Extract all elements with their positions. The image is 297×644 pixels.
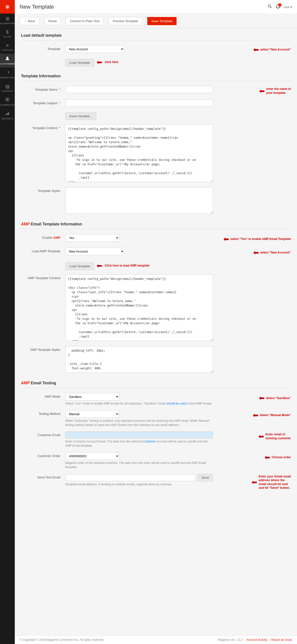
customer-order-label: Customer Order	[21, 452, 65, 458]
content-area: Load default template Template New Accou…	[15, 28, 297, 636]
sandbox-link[interactable]: should be used	[166, 402, 186, 405]
sidebar-item-label: Dashboard	[0, 22, 15, 25]
arrow-icon-name: ⬅	[259, 87, 265, 95]
testing-method-label: Testing Method	[21, 410, 65, 416]
sidebar-item-label: Customers	[0, 62, 15, 65]
send-test-helper: Recipient email address. If sending to m…	[65, 482, 213, 486]
preview-button[interactable]: Preview Template	[108, 17, 142, 25]
template-styles-control	[65, 187, 213, 214]
insert-variable-button[interactable]: Insert Variable...	[65, 112, 96, 120]
send-button[interactable]: Send	[197, 474, 213, 482]
arrow-icon-load: ⬅	[96, 58, 102, 66]
account-activity-link[interactable]: Account Activity	[246, 638, 267, 642]
customer-link[interactable]: Customer	[143, 440, 156, 443]
user-menu[interactable]: root ▾	[284, 5, 292, 9]
template-field-label: Template	[21, 45, 65, 51]
arrow-icon-load-amp: ⬅	[96, 262, 102, 270]
top-bar: New Template 7 root ▾	[15, 0, 297, 14]
amp-styles-textarea[interactable]: padding-left: 20px; } .info__item-title …	[65, 346, 213, 373]
svg-text:M: M	[6, 6, 8, 9]
amp-testing-section: AMP Email Testing AMP Mode Sandbox Live …	[21, 381, 291, 490]
template-name-input[interactable]: Welcome Email with AMP Support	[65, 86, 213, 93]
template-subject-input[interactable]: {trans "Welcome to %store_name" store_na…	[65, 100, 213, 107]
sidebar-item-content[interactable]: ▤ Content	[0, 81, 15, 95]
customer-order-select[interactable]: #000000001	[65, 452, 120, 460]
footer-copyright: © Copyright © 2019 Magento Commerce Inc.…	[20, 638, 104, 642]
arrow-icon-customer-order: ⬅	[264, 453, 270, 462]
annotation-template: select "New Account"	[260, 48, 291, 52]
send-test-label: Send Test Email	[21, 474, 65, 479]
amp-info-section: AMP Email Template Information Enable AM…	[21, 222, 291, 374]
annotation-customer-email: Enter email of existing customer	[266, 432, 291, 440]
load-amp-template-control: New Account Welcome Email with AMP Suppo…	[65, 248, 213, 255]
load-template-button[interactable]: Load Template	[65, 59, 94, 66]
customer-email-control: roni_cost@example.com Enter Customer Acc…	[65, 432, 213, 448]
load-default-title: Load default template	[21, 33, 291, 40]
amp-info-title: AMP Email Template Information	[21, 222, 291, 229]
amp-label: AMP	[21, 222, 30, 226]
reset-button[interactable]: Reset	[44, 17, 61, 25]
template-select[interactable]: New Account Welcome Email with AMP Suppo…	[65, 45, 124, 53]
testing-method-control: Manual Automatic When "Automatic" testin…	[65, 410, 213, 427]
arrow-icon-mode: ⬅	[259, 394, 264, 402]
amp-content-control: {{template config_path="design/email/hea…	[65, 274, 213, 342]
template-name-control: Welcome Email with AMP Support	[65, 86, 213, 93]
svg-rect-7	[7, 113, 8, 115]
amp-mode-select[interactable]: Sandbox Live	[65, 393, 120, 400]
testing-method-select[interactable]: Manual Automatic	[65, 410, 120, 418]
testing-method-helper: When "Automatic" testing is enabled, onl…	[65, 419, 213, 427]
arrow-icon-template: ⬅	[253, 46, 259, 53]
marketing-icon	[5, 70, 10, 76]
arrow-icon-amp-template: ⬅	[253, 248, 259, 257]
page-title: New Template	[20, 4, 54, 10]
load-amp-template-label: Load AMP Template	[21, 248, 65, 253]
send-test-input[interactable]: Your_Email@Gmail.com	[65, 474, 195, 481]
arrow-icon-enable: ⬅	[223, 235, 229, 243]
sidebar: M ⊞ Dashboard $ Sales ≡ Catalog Customer…	[0, 0, 15, 644]
sidebar-item-catalog[interactable]: ≡ Catalog	[0, 40, 15, 54]
sidebar-item-customers[interactable]: Customers	[0, 54, 15, 68]
svg-rect-6	[6, 114, 6, 115]
sidebar-item-sales[interactable]: $ Sales	[0, 27, 15, 40]
sidebar-item-dashboard[interactable]: ⊞ Dashboard	[0, 14, 15, 27]
notifications-icon[interactable]: 7	[276, 4, 280, 10]
arrow-icon-customer-email: ⬅	[258, 432, 264, 440]
amp-mode-label: AMP Mode	[21, 393, 65, 398]
sidebar-item-reports[interactable]: Reports	[0, 109, 15, 122]
main-content: New Template 7 root ▾ ← Back Reset Conve…	[15, 0, 297, 644]
sales-icon: $	[6, 30, 8, 35]
annotation-method: Select "Manual Mode"	[260, 414, 291, 417]
magento-logo[interactable]: M	[0, 0, 15, 14]
annotation-amp-template: select "New Account"	[260, 251, 291, 255]
footer: © Copyright © 2019 Magento Commerce Inc.…	[15, 636, 297, 644]
sidebar-item-plumrocket[interactable]: Plumrocket	[0, 95, 15, 109]
svg-point-5	[7, 99, 8, 100]
svg-point-3	[6, 57, 8, 59]
sidebar-item-label: Catalog	[2, 49, 13, 51]
enable-amp-select[interactable]: Yes No	[65, 234, 120, 242]
template-content-textarea[interactable]: {{template config_path="design/email/hea…	[65, 124, 213, 182]
annotation-mode: Select "Sandbox"	[266, 396, 291, 400]
save-template-button[interactable]: Save Template	[147, 17, 177, 25]
amp-mode-control: Sandbox Live Select "Live" mode to enabl…	[65, 393, 213, 406]
load-amp-template-button[interactable]: Load Template	[65, 262, 94, 270]
load-default-section: Load default template Template New Accou…	[21, 33, 291, 66]
search-icon[interactable]	[268, 4, 272, 10]
amp-mode-helper: Select "Live" mode to enable AMP emails …	[65, 402, 213, 406]
amp-styles-label: AMP Template Styles	[21, 346, 65, 352]
annotation-enable: select "Yes" to enable AMP Email Templat…	[230, 237, 291, 241]
load-amp-template-select[interactable]: New Account Welcome Email with AMP Suppo…	[65, 248, 124, 255]
sidebar-item-label: Plumrocket	[0, 104, 16, 106]
template-content-control: {{template config_path="design/email/hea…	[65, 124, 213, 183]
amp-content-textarea[interactable]: {{template config_path="design/email/hea…	[65, 274, 213, 341]
template-styles-textarea[interactable]	[65, 187, 213, 214]
back-button[interactable]: ← Back	[20, 17, 40, 25]
template-subject-control: {trans "Welcome to %store_name" store_na…	[65, 100, 213, 107]
required-indicator: *	[59, 88, 60, 92]
customers-icon	[5, 56, 10, 62]
convert-button[interactable]: Convert to Plain Text	[66, 17, 104, 25]
report-issue-link[interactable]: Report an Issue	[271, 638, 292, 642]
sidebar-item-marketing[interactable]: Marketing	[0, 68, 15, 81]
sidebar-item-label: Reports	[2, 118, 13, 120]
customer-email-input[interactable]: roni_cost@example.com	[65, 432, 213, 438]
